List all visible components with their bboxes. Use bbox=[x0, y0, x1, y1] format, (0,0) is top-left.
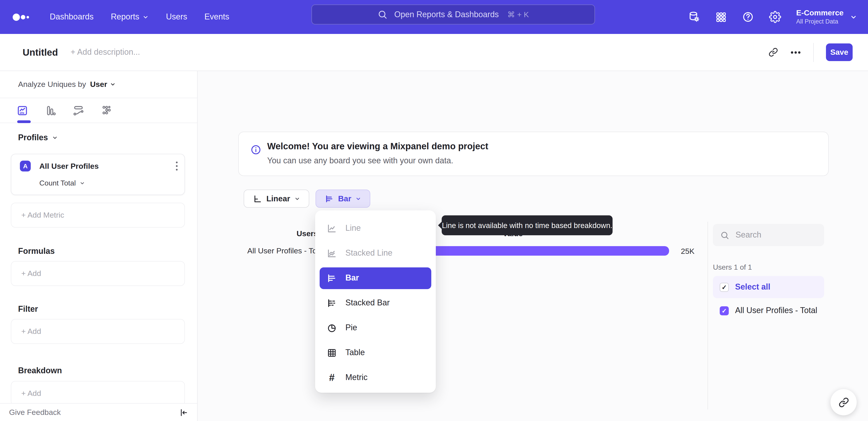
legend-item-row[interactable]: ✓ All User Profiles - Total bbox=[713, 300, 824, 322]
line-disabled-tooltip: Line is not available with no time based… bbox=[442, 215, 613, 235]
demo-banner: Welcome! You are viewing a Mixpanel demo… bbox=[238, 132, 829, 176]
search-icon bbox=[377, 9, 388, 20]
active-tab-indicator bbox=[17, 120, 31, 123]
scale-selector-button[interactable]: Linear bbox=[244, 190, 309, 208]
add-breakdown-button[interactable]: + Add bbox=[11, 381, 185, 406]
legend-item-label: All User Profiles - Total bbox=[735, 306, 817, 315]
give-feedback-link[interactable]: Give Feedback bbox=[9, 408, 61, 417]
nav-item-dashboards[interactable]: Dashboards bbox=[50, 12, 94, 22]
series-legend-panel: Users 1 of 1 ✓ Select all ✓ All User Pro… bbox=[713, 224, 824, 322]
copy-link-icon[interactable] bbox=[769, 48, 778, 57]
project-scope: All Project Data bbox=[796, 18, 844, 26]
select-all-label: Select all bbox=[735, 282, 770, 292]
menu-item-pie[interactable]: Pie bbox=[320, 315, 431, 340]
analyze-uniques-row: Analyze Uniques by User bbox=[0, 71, 197, 98]
series-checkbox[interactable]: ✓ bbox=[720, 306, 729, 315]
chevron-down-icon bbox=[79, 180, 85, 186]
chevron-down-icon bbox=[52, 135, 58, 141]
menu-item-stacked-bar[interactable]: Stacked Bar bbox=[320, 290, 431, 315]
mixpanel-app: Dashboards Reports Users Events ⌘ + K bbox=[0, 0, 868, 421]
chevron-down-icon bbox=[850, 13, 857, 21]
more-options-icon[interactable] bbox=[790, 51, 801, 54]
pie-chart-icon bbox=[327, 322, 337, 333]
menu-item-stacked-line[interactable]: Stacked Line bbox=[320, 241, 431, 265]
search-shortcut: ⌘ + K bbox=[507, 10, 529, 19]
help-icon[interactable] bbox=[742, 11, 754, 23]
metric-name: All User Profiles bbox=[39, 162, 99, 171]
analyze-entity-selector[interactable]: User bbox=[90, 80, 116, 89]
divider bbox=[813, 43, 814, 62]
bar-chart-icon bbox=[324, 194, 334, 203]
chart-type-menu: Line Stacked Line Bar Stacked Bar bbox=[315, 210, 436, 393]
metric-letter-badge: A bbox=[20, 161, 31, 171]
project-selector[interactable]: E-Commerce All Project Data bbox=[796, 8, 857, 26]
tab-flows[interactable] bbox=[72, 104, 85, 116]
link-icon bbox=[838, 397, 849, 408]
linear-scale-icon bbox=[253, 194, 262, 203]
report-title[interactable]: Untitled bbox=[23, 47, 58, 58]
aggregation-selector[interactable]: Count Total bbox=[39, 179, 85, 187]
collapse-sidebar-icon[interactable] bbox=[179, 408, 188, 417]
menu-item-bar[interactable]: Bar bbox=[320, 267, 431, 289]
chart-bar-value: 25K bbox=[681, 247, 694, 256]
report-tabs bbox=[0, 98, 197, 123]
banner-title: Welcome! You are viewing a Mixpanel demo… bbox=[267, 141, 488, 151]
info-icon bbox=[250, 144, 261, 155]
legend-search-input[interactable] bbox=[735, 230, 813, 240]
nav-item-users[interactable]: Users bbox=[166, 12, 187, 22]
tab-funnels[interactable] bbox=[44, 104, 57, 116]
chevron-down-icon bbox=[143, 14, 149, 20]
divider bbox=[708, 222, 708, 410]
add-filter-button[interactable]: + Add bbox=[11, 319, 185, 344]
select-all-checkbox[interactable]: ✓ bbox=[720, 283, 729, 291]
query-builder-sidebar: Analyze Uniques by User Profiles bbox=[0, 71, 197, 421]
settings-gear-icon[interactable] bbox=[769, 11, 781, 23]
add-metric-button[interactable]: + Add Metric bbox=[11, 203, 185, 228]
menu-item-line[interactable]: Line bbox=[320, 216, 431, 241]
check-icon: ✓ bbox=[721, 283, 727, 291]
chevron-down-icon bbox=[110, 81, 116, 87]
project-name: E-Commerce bbox=[796, 8, 844, 18]
add-description-field[interactable]: + Add description... bbox=[70, 48, 140, 57]
bar-chart-icon bbox=[327, 273, 337, 283]
apps-grid-icon[interactable] bbox=[715, 11, 727, 23]
global-search[interactable]: ⌘ + K bbox=[311, 4, 595, 24]
add-formula-button[interactable]: + Add bbox=[11, 261, 185, 286]
stacked-bar-chart-icon bbox=[327, 298, 337, 308]
sidebar-footer: Give Feedback bbox=[0, 403, 197, 421]
analyze-prefix: Analyze Uniques by bbox=[18, 80, 86, 89]
nav-item-reports[interactable]: Reports bbox=[111, 12, 149, 22]
global-search-input[interactable] bbox=[393, 9, 501, 20]
breakdown-section-header: Breakdown bbox=[18, 366, 62, 375]
report-canvas: Welcome! You are viewing a Mixpanel demo… bbox=[197, 71, 868, 421]
search-icon bbox=[720, 230, 729, 240]
top-nav: Dashboards Reports Users Events ⌘ + K bbox=[0, 0, 868, 34]
banner-subtitle: You can use any board you see with your … bbox=[267, 156, 453, 166]
legend-search[interactable] bbox=[713, 224, 824, 246]
line-chart-icon bbox=[327, 223, 337, 234]
metric-card[interactable]: A All User Profiles Count Total bbox=[11, 154, 185, 195]
chart-column-header-users: Users bbox=[297, 229, 318, 238]
profiles-section-header[interactable]: Profiles bbox=[18, 133, 58, 142]
data-management-icon[interactable] bbox=[688, 11, 700, 23]
filter-section-header: Filter bbox=[18, 305, 38, 314]
menu-item-table[interactable]: Table bbox=[320, 340, 431, 365]
stacked-line-chart-icon bbox=[327, 248, 337, 259]
menu-item-metric[interactable]: # Metric bbox=[320, 365, 431, 390]
metric-options-icon[interactable] bbox=[176, 161, 178, 171]
mixpanel-logo-icon[interactable] bbox=[12, 11, 33, 23]
chevron-down-icon bbox=[294, 196, 300, 202]
share-link-button[interactable] bbox=[831, 389, 857, 415]
legend-count: Users 1 of 1 bbox=[713, 263, 824, 272]
check-icon: ✓ bbox=[721, 307, 727, 314]
select-all-row[interactable]: ✓ Select all bbox=[713, 276, 824, 298]
chart-bar[interactable] bbox=[426, 246, 669, 256]
table-icon bbox=[327, 347, 337, 358]
save-button[interactable]: Save bbox=[826, 44, 852, 61]
tab-insights[interactable] bbox=[16, 104, 29, 116]
nav-item-events[interactable]: Events bbox=[204, 12, 229, 22]
tab-retention[interactable] bbox=[100, 104, 113, 116]
metric-hash-icon: # bbox=[327, 372, 337, 383]
chevron-down-icon bbox=[355, 196, 361, 202]
chart-type-button[interactable]: Bar bbox=[315, 190, 370, 208]
